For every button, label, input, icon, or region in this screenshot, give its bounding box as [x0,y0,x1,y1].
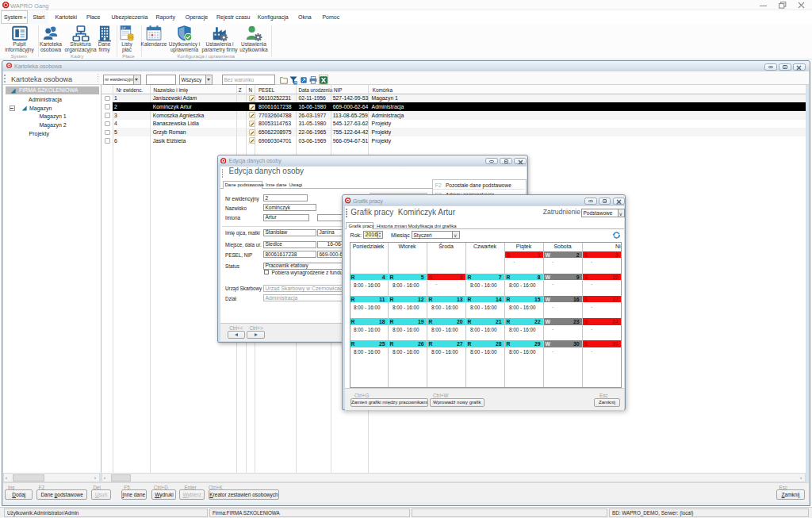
svg-text:LP: LP [122,25,126,29]
